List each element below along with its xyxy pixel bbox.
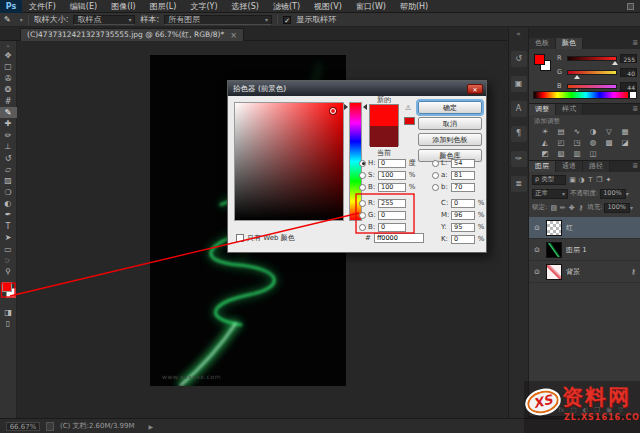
panel-tab[interactable]: 颜色 bbox=[556, 38, 583, 49]
notes[interactable]: ✑ bbox=[511, 151, 527, 167]
lock-transparent-pixels[interactable]: ▨ bbox=[549, 204, 558, 212]
brightness-contrast[interactable]: ☀ bbox=[537, 126, 553, 137]
filter-smart-objects[interactable]: ✦ bbox=[604, 176, 613, 184]
menu-item[interactable]: 滤镜(T) bbox=[266, 0, 307, 13]
menu-item[interactable]: 图像(I) bbox=[104, 0, 143, 13]
field-radio[interactable] bbox=[359, 184, 366, 191]
channel-slider[interactable] bbox=[567, 56, 617, 61]
panel-tab[interactable]: 色板 bbox=[529, 38, 556, 49]
curves[interactable]: ∿ bbox=[569, 126, 585, 137]
marquee[interactable]: ▢ bbox=[0, 61, 17, 72]
filter-shape-layers[interactable]: ❐ bbox=[595, 176, 604, 184]
field-input[interactable] bbox=[378, 183, 406, 192]
layer-visibility-eye-icon[interactable]: ⊙ bbox=[532, 224, 542, 232]
field-input[interactable] bbox=[378, 199, 406, 208]
channel-value[interactable]: 40 bbox=[620, 68, 637, 77]
history-brush[interactable]: ↺ bbox=[0, 153, 17, 164]
window-control-icon[interactable] bbox=[627, 3, 634, 10]
foreground-color-swatch[interactable] bbox=[2, 282, 12, 292]
filter-pixel-layers[interactable]: ▣ bbox=[568, 176, 577, 184]
threshold[interactable]: ▧ bbox=[553, 148, 569, 159]
panel-tab[interactable]: 图层 bbox=[529, 161, 556, 172]
collapse-dock-icon[interactable]: « bbox=[516, 30, 520, 42]
spot-healing[interactable]: ✚ bbox=[0, 118, 17, 129]
character[interactable]: A bbox=[511, 101, 527, 117]
pen[interactable]: ✒ bbox=[0, 209, 17, 220]
lock-image-pixels[interactable]: ✏ bbox=[558, 204, 567, 212]
layer-row[interactable]: ⊙ 红 ⚷ bbox=[529, 217, 640, 239]
posterize[interactable]: ◩ bbox=[537, 148, 553, 159]
menu-item[interactable]: 文件(F) bbox=[22, 0, 63, 13]
field-input[interactable] bbox=[451, 235, 475, 244]
menu-item[interactable]: 窗口(W) bbox=[349, 0, 393, 13]
history[interactable]: ↺ bbox=[511, 51, 527, 67]
hue-handle-right-icon[interactable] bbox=[363, 104, 367, 110]
layer-thumbnail[interactable] bbox=[546, 264, 562, 280]
filter-adjustment-layers[interactable]: ◑ bbox=[577, 176, 586, 184]
layer-thumbnail[interactable] bbox=[546, 220, 562, 236]
panel-menu-icon[interactable]: ≣ bbox=[632, 38, 640, 49]
layer-row[interactable]: ⊙ 背景 ⚷ bbox=[529, 261, 640, 283]
status-expand-icon[interactable]: ▶ bbox=[149, 423, 154, 430]
field-radio[interactable] bbox=[359, 212, 366, 219]
layer-visibility-eye-icon[interactable]: ⊙ bbox=[532, 246, 542, 254]
slider-handle[interactable] bbox=[574, 75, 580, 79]
blend-mode-dropdown[interactable]: 正常▾ bbox=[532, 189, 568, 199]
tool-preset-caret-icon[interactable]: ▾ bbox=[20, 16, 23, 23]
lock-all[interactable]: ⚷ bbox=[576, 204, 585, 212]
panel-tab[interactable]: 调整 bbox=[529, 104, 556, 115]
channel-slider[interactable] bbox=[567, 70, 617, 75]
saturation-brightness-field[interactable] bbox=[234, 102, 344, 221]
field-radio[interactable] bbox=[432, 172, 439, 179]
gamut-color-swatch[interactable] bbox=[404, 117, 415, 125]
slider-handle[interactable] bbox=[612, 61, 618, 65]
info[interactable]: ≣ bbox=[511, 176, 527, 192]
layer-row[interactable]: ⊙ 图层 1 ⚷ bbox=[529, 239, 640, 261]
menu-item[interactable]: 文字(Y) bbox=[183, 0, 224, 13]
add-to-swatches-button[interactable]: 添加到色板 bbox=[418, 133, 482, 146]
close-tab-icon[interactable]: × bbox=[230, 31, 237, 40]
screen-mode[interactable]: ▯ bbox=[0, 318, 17, 329]
menu-item[interactable]: 选择(S) bbox=[225, 0, 266, 13]
paragraph[interactable]: ¶ bbox=[511, 126, 527, 142]
toolbar-collapse-icon[interactable]: » bbox=[6, 41, 10, 50]
field-input[interactable] bbox=[378, 159, 406, 168]
field-input[interactable] bbox=[378, 171, 406, 180]
channel-value[interactable]: 44 bbox=[620, 82, 637, 91]
field-radio[interactable] bbox=[359, 172, 366, 179]
hue-saturation[interactable]: ▦ bbox=[617, 126, 633, 137]
vibrance[interactable]: ▽ bbox=[601, 126, 617, 137]
field-radio[interactable] bbox=[432, 160, 439, 167]
color-lookup[interactable]: ▩ bbox=[601, 137, 617, 148]
channel-value[interactable]: 255 bbox=[620, 54, 637, 63]
levels[interactable]: ▤ bbox=[553, 126, 569, 137]
layer-filter-dropdown[interactable]: ρ 类型 bbox=[532, 175, 566, 185]
quick-selection[interactable]: ❂ bbox=[0, 84, 17, 95]
channel-mixer[interactable]: ◍ bbox=[585, 137, 601, 148]
zoom-tool[interactable]: ⚲ bbox=[0, 266, 17, 277]
sample-dropdown[interactable]: 所有图层▾ bbox=[164, 15, 272, 25]
panel-tab[interactable]: 通道 bbox=[556, 161, 583, 172]
panel-foreground-swatch[interactable] bbox=[534, 54, 545, 65]
panel-tab[interactable]: 样式 bbox=[556, 104, 583, 115]
blur[interactable]: ❍ bbox=[0, 187, 17, 198]
type[interactable]: T bbox=[0, 221, 17, 232]
path-selection[interactable]: ➤ bbox=[0, 232, 17, 243]
clone-stamp[interactable]: ⊥ bbox=[0, 141, 17, 152]
only-web-colors-checkbox[interactable] bbox=[236, 234, 244, 242]
exposure[interactable]: ◑ bbox=[585, 126, 601, 137]
field-input[interactable] bbox=[378, 211, 406, 220]
menu-item[interactable]: 视图(V) bbox=[307, 0, 349, 13]
show-sampling-ring-checkbox[interactable] bbox=[283, 16, 291, 24]
sample-size-dropdown[interactable]: 取样点▾ bbox=[73, 15, 135, 25]
panel-tab[interactable]: 路径 bbox=[583, 161, 610, 172]
black-white[interactable]: ◰ bbox=[553, 137, 569, 148]
gradient-map[interactable]: ▥ bbox=[569, 148, 585, 159]
hue-handle-left-icon[interactable] bbox=[344, 104, 348, 110]
brush[interactable]: ✏ bbox=[0, 130, 17, 141]
filter-type-layers[interactable]: T bbox=[586, 176, 595, 184]
document-tab[interactable]: (C)4737312421323735555.jpg @ 66.7%(红, RG… bbox=[20, 28, 244, 41]
color-spectrum-ramp[interactable] bbox=[533, 91, 629, 99]
dialog-close-button[interactable]: ✕ bbox=[467, 84, 483, 94]
menu-item[interactable]: 图层(L) bbox=[143, 0, 184, 13]
